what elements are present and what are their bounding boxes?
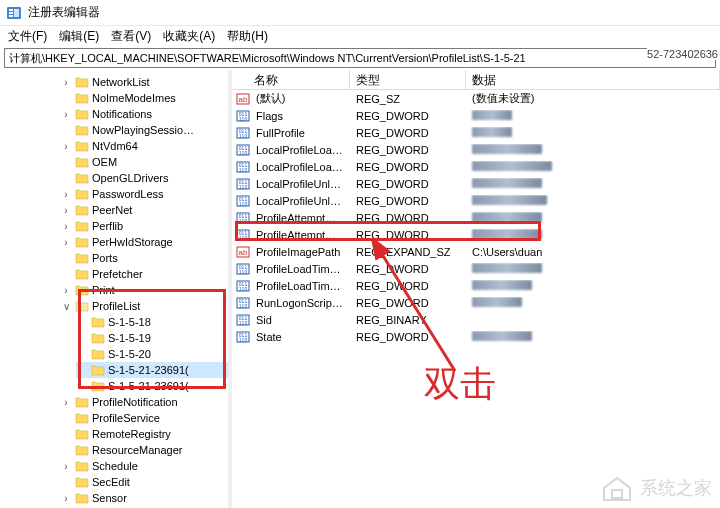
tree-item[interactable]: SecEdit [60, 474, 228, 490]
watermark: 系统之家 [600, 474, 712, 502]
svg-text:110: 110 [239, 201, 248, 207]
value-row[interactable]: 011110LocalProfileLoa…REG_DWORD [232, 141, 720, 158]
tree-item[interactable]: S-1-5-21-23691( [76, 362, 228, 378]
tree-item[interactable]: S-1-5-18 [76, 314, 228, 330]
tree-item[interactable]: ›Print [60, 282, 228, 298]
svg-text:110: 110 [239, 167, 248, 173]
menu-edit[interactable]: 编辑(E) [55, 26, 103, 47]
value-row[interactable]: abProfileImagePathREG_EXPAND_SZC:\Users\… [232, 243, 720, 260]
address-text: 计算机\HKEY_LOCAL_MACHINE\SOFTWARE\Microsof… [9, 51, 526, 66]
svg-text:ab: ab [239, 95, 248, 104]
svg-text:110: 110 [239, 320, 248, 326]
value-row[interactable]: 011110ProfileAttempt…REG_DWORD [232, 226, 720, 243]
value-row[interactable]: 011110LocalProfileUnl…REG_DWORD [232, 192, 720, 209]
value-row[interactable]: 011110ProfileLoadTim…REG_DWORD [232, 260, 720, 277]
svg-text:110: 110 [239, 235, 248, 241]
svg-text:110: 110 [239, 116, 248, 122]
tree-item[interactable]: ›PasswordLess [60, 186, 228, 202]
col-header-data[interactable]: 数据 [466, 70, 720, 89]
regedit-icon [6, 5, 22, 21]
tree-item[interactable]: RemoteRegistry [60, 426, 228, 442]
svg-rect-2 [9, 12, 13, 14]
svg-rect-4 [14, 9, 19, 17]
values-panel: 名称 类型 数据 ab(默认)REG_SZ(数值未设置)011110FlagsR… [232, 70, 720, 508]
menu-view[interactable]: 查看(V) [107, 26, 155, 47]
value-row[interactable]: 011110LocalProfileUnl…REG_DWORD [232, 175, 720, 192]
tree-item[interactable]: OpenGLDrivers [60, 170, 228, 186]
list-header: 名称 类型 数据 [232, 70, 720, 90]
svg-text:110: 110 [239, 269, 248, 275]
tree-item[interactable]: S-1-5-21-23691( [76, 378, 228, 394]
svg-text:110: 110 [239, 303, 248, 309]
tree-item[interactable]: S-1-5-20 [76, 346, 228, 362]
menu-file[interactable]: 文件(F) [4, 26, 51, 47]
col-header-type[interactable]: 类型 [350, 70, 466, 89]
tree-item[interactable]: ›PerHwIdStorage [60, 234, 228, 250]
address-bar[interactable]: 计算机\HKEY_LOCAL_MACHINE\SOFTWARE\Microsof… [4, 48, 716, 68]
tree-item[interactable]: ProfileService [60, 410, 228, 426]
tree-item[interactable]: Ports [60, 250, 228, 266]
svg-text:110: 110 [239, 150, 248, 156]
value-row[interactable]: 011110LocalProfileLoa…REG_DWORD [232, 158, 720, 175]
list-body: ab(默认)REG_SZ(数值未设置)011110FlagsREG_DWORD0… [232, 90, 720, 345]
svg-text:ab: ab [239, 248, 248, 257]
value-row[interactable]: 011110FlagsREG_DWORD [232, 107, 720, 124]
tree-item[interactable]: ›NetworkList [60, 74, 228, 90]
tree-item[interactable]: ›Schedule [60, 458, 228, 474]
content-area: ›NetworkListNoImeModeImes›NotificationsN… [0, 70, 720, 508]
svg-text:110: 110 [239, 337, 248, 343]
watermark-text: 系统之家 [640, 476, 712, 500]
svg-text:110: 110 [239, 184, 248, 190]
tree-item[interactable]: ›PeerNet [60, 202, 228, 218]
address-overflow: 52-723402636 [647, 48, 718, 60]
tree-item[interactable]: OEM [60, 154, 228, 170]
tree-item[interactable]: ∨ProfileList [60, 298, 228, 314]
watermark-icon [600, 474, 634, 502]
menu-favorites[interactable]: 收藏夹(A) [159, 26, 219, 47]
svg-text:110: 110 [239, 286, 248, 292]
value-row[interactable]: 011110StateREG_DWORD [232, 328, 720, 345]
menu-help[interactable]: 帮助(H) [223, 26, 272, 47]
value-row[interactable]: 011110FullProfileREG_DWORD [232, 124, 720, 141]
tree-item[interactable]: S-1-5-19 [76, 330, 228, 346]
titlebar: 注册表编辑器 [0, 0, 720, 26]
svg-rect-1 [9, 9, 13, 11]
tree-panel[interactable]: ›NetworkListNoImeModeImes›NotificationsN… [0, 70, 228, 508]
tree-item[interactable]: ›Sensor [60, 490, 228, 506]
tree-item[interactable]: ›Perflib [60, 218, 228, 234]
svg-rect-49 [612, 490, 622, 498]
value-row[interactable]: ab(默认)REG_SZ(数值未设置) [232, 90, 720, 107]
tree-item[interactable]: NowPlayingSessio… [60, 122, 228, 138]
tree-item[interactable]: Prefetcher [60, 266, 228, 282]
svg-text:110: 110 [239, 133, 248, 139]
tree-item[interactable]: NoImeModeImes [60, 90, 228, 106]
tree-item[interactable]: ›Notifications [60, 106, 228, 122]
value-row[interactable]: 011110SidREG_BINARY3 9e 35 … [232, 311, 720, 328]
value-row[interactable]: 011110ProfileAttempt…REG_DWORD [232, 209, 720, 226]
menubar: 文件(F) 编辑(E) 查看(V) 收藏夹(A) 帮助(H) [0, 26, 720, 46]
tree-item[interactable]: ›ProfileNotification [60, 394, 228, 410]
tree-item[interactable]: ›NtVdm64 [60, 138, 228, 154]
window-title: 注册表编辑器 [28, 4, 100, 21]
col-header-name[interactable]: 名称 [232, 70, 350, 89]
svg-text:110: 110 [239, 218, 248, 224]
tree-item[interactable]: ResourceManager [60, 442, 228, 458]
value-row[interactable]: 011110RunLogonScrip…REG_DWORD [232, 294, 720, 311]
svg-rect-3 [9, 15, 13, 17]
value-row[interactable]: 011110ProfileLoadTim…REG_DWORD [232, 277, 720, 294]
